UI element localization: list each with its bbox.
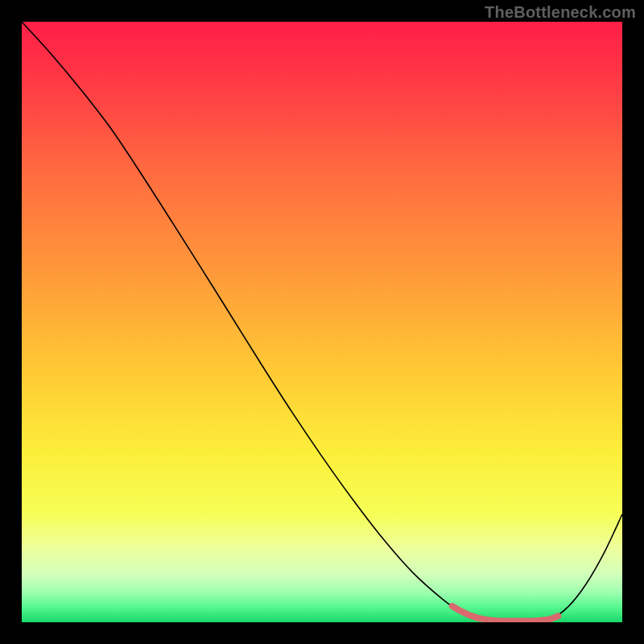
optimal-marker-segment xyxy=(551,616,559,618)
optimal-marker-segment xyxy=(543,619,550,620)
plot-area xyxy=(22,22,622,622)
gradient-background xyxy=(22,22,622,622)
plot-svg xyxy=(22,22,622,622)
optimal-marker-segment xyxy=(479,618,486,620)
optimal-marker-segment xyxy=(461,611,469,614)
chart-stage: TheBottleneck.com xyxy=(0,0,644,644)
optimal-marker-segment xyxy=(470,616,477,618)
watermark-text: TheBottleneck.com xyxy=(485,3,636,22)
optimal-marker-segment xyxy=(452,606,460,610)
